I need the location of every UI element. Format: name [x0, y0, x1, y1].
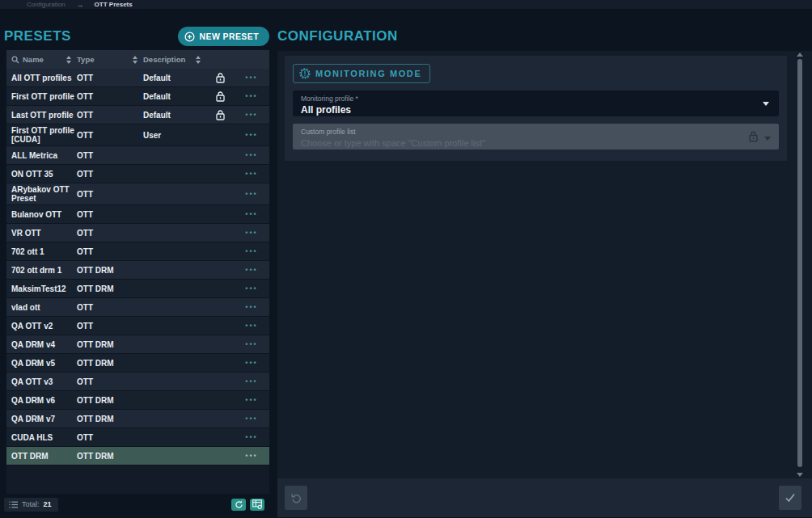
preset-name: vlad ott: [11, 303, 77, 312]
row-actions-menu-button[interactable]: •••: [234, 303, 269, 312]
row-actions-menu-button[interactable]: •••: [234, 266, 269, 275]
preset-type: OTT: [77, 247, 143, 256]
list-icon: [9, 501, 18, 508]
row-actions-menu-button[interactable]: •••: [234, 170, 269, 179]
monitoring-mode-label: MONITORING MODE: [315, 69, 421, 78]
configuration-panel: CONFIGURATION MONITORING MODE Monitoring…: [277, 10, 812, 517]
row-actions-menu-button[interactable]: •••: [234, 359, 269, 368]
row-actions-menu-button[interactable]: •••: [234, 377, 269, 386]
row-actions-menu-button[interactable]: •••: [234, 151, 269, 160]
row-actions-menu-button[interactable]: •••: [234, 229, 269, 238]
preset-description: User: [143, 131, 206, 140]
preset-name: First OTT profile [CUDA]: [11, 126, 77, 144]
monitoring-profile-select[interactable]: Monitoring profile * All profiles: [293, 91, 779, 116]
preset-type: OTT: [77, 377, 143, 386]
preset-row[interactable]: VR OTTOTT•••: [6, 224, 269, 242]
row-actions-menu-button[interactable]: •••: [234, 92, 269, 101]
sort-name-button[interactable]: [66, 56, 71, 64]
row-actions-menu-button[interactable]: •••: [234, 322, 269, 331]
preset-type: OTT DRM: [77, 396, 143, 405]
row-actions-menu-button[interactable]: •••: [234, 190, 269, 199]
preset-row[interactable]: 702 ott 1OTT•••: [6, 242, 269, 261]
preset-row[interactable]: Last OTT profileOTTDefault•••: [6, 106, 269, 124]
refresh-icon: [235, 500, 243, 509]
preset-type: OTT DRM: [77, 452, 143, 461]
preset-name: ARybakov OTT Preset: [11, 185, 77, 203]
row-actions-menu-button[interactable]: •••: [234, 433, 269, 442]
breadcrumb-arrow-icon: →: [77, 1, 83, 9]
preset-name: QA DRM v7: [11, 415, 77, 423]
preset-row[interactable]: ARybakov OTT PresetOTT•••: [6, 183, 269, 205]
preset-table: Name Type Description All OTT profilesOT…: [6, 50, 269, 494]
search-icon[interactable]: [11, 56, 19, 64]
preset-row[interactable]: All OTT profilesOTTDefault•••: [6, 69, 269, 87]
row-actions-menu-button[interactable]: •••: [234, 74, 269, 82]
sort-description-button[interactable]: [196, 56, 201, 64]
preset-type: OTT: [77, 190, 143, 199]
breadcrumb-parent[interactable]: Configuration: [27, 1, 66, 8]
breadcrumb: Configuration → OTT Presets: [0, 0, 812, 10]
scrollbar-thumb[interactable]: [797, 59, 802, 467]
preset-row[interactable]: First OTT profile [CUDA]OTTUser•••: [6, 124, 269, 146]
custom-profile-list-select: Custom profile list Choose or type with …: [293, 124, 779, 150]
preset-row[interactable]: MaksimTest12OTT DRM•••: [6, 280, 269, 298]
preset-row[interactable]: QA DRM v6OTT DRM•••: [6, 391, 269, 410]
configuration-footer: [277, 478, 812, 517]
sort-type-button[interactable]: [133, 56, 137, 64]
preset-row[interactable]: ON OTT 35OTT•••: [6, 165, 269, 183]
preset-type: OTT: [77, 151, 143, 160]
row-actions-menu-button[interactable]: •••: [234, 284, 269, 293]
preset-type: OTT: [77, 322, 143, 331]
preset-table-header: Name Type Description: [6, 50, 269, 69]
preset-name: ON OTT 35: [11, 170, 77, 179]
preset-name: OTT DRM: [11, 452, 77, 461]
preset-type: OTT DRM: [77, 266, 143, 275]
scroll-down-arrow[interactable]: [797, 473, 803, 477]
apply-button[interactable]: [779, 486, 801, 510]
presets-title: PRESETS: [4, 28, 71, 44]
preset-row[interactable]: 702 ott drm 1OTT DRM•••: [6, 261, 269, 280]
lock-icon: [206, 110, 234, 120]
preset-name: QA DRM v4: [11, 340, 77, 349]
total-value: 21: [44, 500, 52, 508]
preset-name: QA DRM v6: [11, 396, 77, 405]
table-settings-button[interactable]: [250, 499, 264, 511]
new-preset-button[interactable]: NEW PRESET: [178, 27, 269, 46]
presets-panel: PRESETS NEW PRESET Name: [0, 10, 269, 517]
preset-row[interactable]: QA DRM v5OTT DRM•••: [6, 354, 269, 373]
undo-icon: [290, 492, 302, 504]
preset-row[interactable]: QA DRM v4OTT DRM•••: [6, 335, 269, 354]
check-icon: [785, 493, 796, 503]
row-actions-menu-button[interactable]: •••: [234, 340, 269, 349]
preset-type: OTT: [77, 210, 143, 219]
monitoring-mode-card: MONITORING MODE Monitoring profile * All…: [285, 56, 787, 161]
preset-description: Default: [143, 74, 206, 82]
row-actions-menu-button[interactable]: •••: [234, 396, 269, 405]
preset-row[interactable]: OTT DRMOTT DRM•••: [6, 447, 269, 465]
preset-row[interactable]: Bulanov OTTOTT•••: [6, 205, 269, 224]
preset-row[interactable]: vlad ottOTT•••: [6, 298, 269, 317]
vertical-scrollbar[interactable]: [797, 51, 802, 478]
preset-row[interactable]: CUDA HLSOTT•••: [6, 428, 269, 447]
row-actions-menu-button[interactable]: •••: [234, 247, 269, 256]
preset-type: OTT DRM: [77, 340, 143, 349]
lock-icon: [206, 73, 234, 83]
lock-icon: [206, 91, 234, 102]
row-actions-menu-button[interactable]: •••: [234, 452, 269, 461]
preset-row[interactable]: First OTT profileOTTDefault•••: [6, 87, 269, 106]
row-actions-menu-button[interactable]: •••: [234, 111, 269, 120]
preset-row[interactable]: QA OTT v3OTT•••: [6, 373, 269, 391]
preset-type: OTT: [77, 229, 143, 238]
refresh-button[interactable]: [231, 499, 246, 511]
total-counter: Total: 21: [4, 498, 58, 512]
preset-row[interactable]: ALL MetricaOTT•••: [6, 146, 269, 165]
preset-name: Last OTT profile: [11, 111, 77, 120]
row-actions-menu-button[interactable]: •••: [234, 415, 269, 423]
row-actions-menu-button[interactable]: •••: [234, 210, 269, 219]
preset-row[interactable]: QA DRM v7OTT DRM•••: [6, 410, 269, 428]
preset-type: OTT DRM: [77, 284, 143, 293]
preset-row[interactable]: QA OTT v2OTT•••: [6, 317, 269, 335]
row-actions-menu-button[interactable]: •••: [234, 131, 269, 140]
scroll-up-arrow[interactable]: [797, 53, 803, 57]
undo-button[interactable]: [285, 486, 307, 510]
